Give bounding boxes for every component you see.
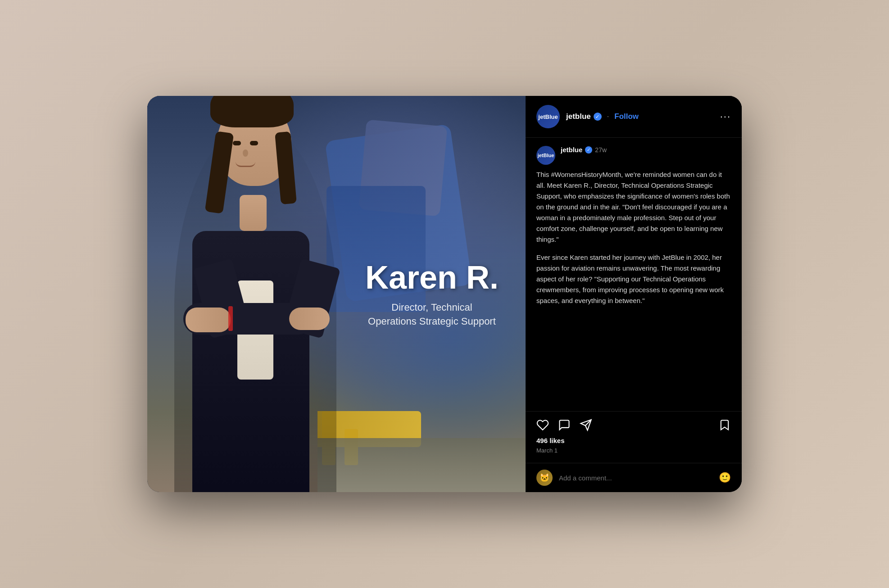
comment-button[interactable] [558,419,571,431]
post-image-panel: Karen R. Director, Technical Operations … [147,96,526,492]
caption-avatar[interactable]: jetBlue [536,146,555,165]
caption-paragraph-2: Ever since Karen started her journey wit… [536,252,731,306]
caption-text: This #WomensHistoryMonth, we're reminded… [536,169,731,306]
header-verified-badge: ✓ [594,113,602,121]
caption-paragraph-1: This #WomensHistoryMonth, we're reminded… [536,169,731,245]
caption-meta: jetblue ✓ 27w [561,146,607,154]
caption-verified-badge: ✓ [585,146,592,154]
device-frame: Karen R. Director, Technical Operations … [147,96,742,492]
caption-header: jetBlue jetblue ✓ 27w [536,146,731,165]
header-avatar-text: jetBlue [538,113,558,120]
post-date: March 1 [536,447,731,454]
caption-meta-area: jetblue ✓ 27w [561,146,607,154]
action-icons-row [536,419,731,431]
bookmark-button[interactable] [718,419,731,431]
caption-username[interactable]: jetblue [561,146,582,154]
like-button[interactable] [536,419,549,431]
post-header: jetBlue jetblue ✓ · Follow ··· [526,96,742,138]
likes-count: 496 likes [536,437,731,444]
image-text-overlay: Karen R. Director, Technical Operations … [365,260,499,329]
person-title: Director, Technical Operations Strategic… [365,301,499,329]
person-name: Karen R. [365,260,499,295]
header-username[interactable]: jetblue [566,112,591,121]
header-avatar[interactable]: jetBlue [536,105,560,128]
share-button[interactable] [580,419,592,431]
header-username-area: jetblue ✓ · Follow [566,112,639,121]
more-options-button[interactable]: ··· [720,111,731,122]
post-panel: jetBlue jetblue ✓ · Follow ··· jetBlue [526,96,742,492]
commenter-avatar: 🐱 [536,470,553,486]
commenter-avatar-icon: 🐱 [540,473,549,483]
follow-button[interactable]: Follow [614,112,639,121]
caption-avatar-text: jetBlue [538,153,554,158]
post-actions: 496 likes March 1 [526,411,742,463]
comment-area: 🐱 🙂 [526,463,742,492]
emoji-button[interactable]: 🙂 [719,472,731,484]
post-content: jetBlue jetblue ✓ 27w This #WomensHistor… [526,138,742,411]
header-dot: · [607,113,609,121]
comment-input[interactable] [559,474,712,482]
caption-time: 27w [595,146,607,154]
